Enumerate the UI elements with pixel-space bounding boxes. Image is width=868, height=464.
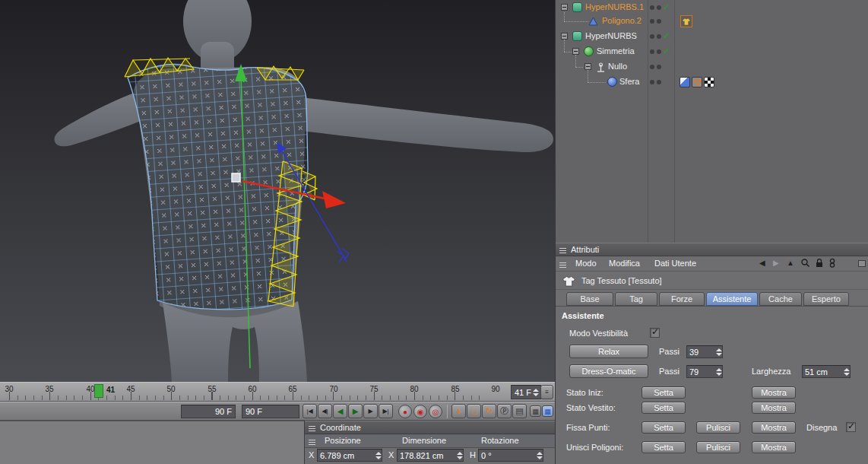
range-end-field[interactable]: 90 F xyxy=(242,405,299,418)
menu-modifica[interactable]: Modifica xyxy=(609,259,640,268)
record-keyframe-button[interactable]: ● xyxy=(398,405,412,418)
expand-toggle[interactable] xyxy=(561,33,568,40)
expand-toggle[interactable] xyxy=(584,63,591,70)
fissa-punti-pulisci-button[interactable]: Pulisci xyxy=(696,421,740,434)
range-start-field[interactable]: 90 F xyxy=(181,405,236,418)
unisci-setta-button[interactable]: Setta xyxy=(641,441,686,453)
visibility-dot[interactable] xyxy=(650,80,654,84)
visibility-dot[interactable] xyxy=(657,5,661,10)
phong-tag[interactable] xyxy=(680,77,690,87)
key-parameter-button[interactable]: Ⓟ xyxy=(497,404,512,418)
cloth-tag[interactable] xyxy=(680,15,692,27)
object-row-poligono2[interactable]: Poligono.2 xyxy=(556,14,868,29)
visibility-dot[interactable] xyxy=(657,65,661,69)
texture-tag[interactable] xyxy=(704,77,714,87)
fissa-punti-setta-button[interactable]: Setta xyxy=(641,421,686,434)
relax-passi-field[interactable]: 39 xyxy=(686,345,723,358)
prev-key-button[interactable]: ◀| xyxy=(318,404,332,418)
pos-x-stepper[interactable] xyxy=(375,450,382,461)
key-pla-button[interactable]: ▤ xyxy=(512,404,527,418)
object-row-hypernurbs1[interactable]: HyperNURBS.1 ✓ xyxy=(556,0,868,15)
dim-x-field[interactable]: 178.821 cm xyxy=(397,449,464,462)
play-button[interactable]: ▶ xyxy=(348,404,363,418)
expand-toggle[interactable] xyxy=(561,4,568,11)
stato-vestito-setta-button[interactable]: Setta xyxy=(641,402,686,414)
menu-dati-utente[interactable]: Dati Utente xyxy=(654,259,696,268)
timeline-ruler[interactable]: 30 35 40 45 50 55 60 65 70 75 80 85 90 4… xyxy=(0,382,555,402)
goto-start-button[interactable]: |◀ xyxy=(303,404,317,418)
rot-h-stepper[interactable] xyxy=(536,450,543,461)
tab-base[interactable]: Base xyxy=(566,292,613,306)
enabled-check[interactable]: ✓ xyxy=(663,30,670,41)
enabled-check[interactable]: ✓ xyxy=(663,46,670,56)
display-tag[interactable] xyxy=(692,77,702,87)
tab-forze[interactable]: Forze xyxy=(659,292,705,306)
timeline-options-button[interactable]: ≡ xyxy=(540,385,553,399)
autokey-button[interactable]: ◎ xyxy=(429,405,442,418)
stepper[interactable] xyxy=(715,366,722,377)
link-icon[interactable] xyxy=(828,258,836,270)
panel-corner-icon[interactable] xyxy=(858,260,866,267)
relax-button[interactable]: Relax xyxy=(569,345,648,358)
tab-assistente[interactable]: Assistente xyxy=(706,292,758,306)
expand-toggle[interactable] xyxy=(572,48,579,55)
stepper[interactable] xyxy=(715,346,722,358)
viewport-3d[interactable] xyxy=(0,0,555,382)
history-forward-icon[interactable]: ▶ xyxy=(773,259,779,267)
record-active-objects-button[interactable]: ◉ xyxy=(413,405,427,418)
panel-menu-icon[interactable] xyxy=(559,246,566,253)
dress-o-matic-button[interactable]: Dress-O-matic xyxy=(569,364,648,378)
dress-passi-field[interactable]: 79 xyxy=(686,365,723,378)
rot-h-field[interactable]: 0 ° xyxy=(478,449,543,462)
unisci-mostra-button[interactable]: Mostra xyxy=(752,441,796,453)
stato-iniz-setta-button[interactable]: Setta xyxy=(641,386,686,399)
visibility-dot[interactable] xyxy=(650,34,654,39)
object-row-nullo[interactable]: Nullo xyxy=(556,59,868,75)
panel-menu-icon[interactable] xyxy=(309,438,315,445)
move-handle-cube[interactable] xyxy=(232,173,240,182)
key-scale-button[interactable]: □ xyxy=(467,404,481,418)
enabled-check[interactable]: ✓ xyxy=(663,2,670,12)
larghezza-field[interactable]: 51 cm xyxy=(802,365,851,378)
history-back-icon[interactable]: ◀ xyxy=(759,259,765,267)
goto-end-button[interactable]: ▶| xyxy=(379,404,393,418)
parent-icon[interactable]: ▲ xyxy=(787,259,794,267)
object-row-simmetria[interactable]: Simmetria ✓ xyxy=(556,44,868,59)
attributes-header[interactable]: Attributi xyxy=(556,243,868,256)
tab-tag[interactable]: Tag xyxy=(615,292,657,306)
tab-esperto[interactable]: Esperto xyxy=(803,292,849,306)
disegna-checkbox[interactable]: ✓ xyxy=(846,422,856,432)
visibility-dot[interactable] xyxy=(657,34,661,39)
menu-modo[interactable]: Modo xyxy=(575,259,597,268)
visibility-dot[interactable] xyxy=(657,80,661,84)
unisci-pulisci-button[interactable]: Pulisci xyxy=(696,441,740,453)
stato-vestito-mostra-button[interactable]: Mostra xyxy=(752,402,796,414)
visibility-dot[interactable] xyxy=(657,49,661,54)
lock-icon[interactable] xyxy=(815,258,824,269)
visibility-dot[interactable] xyxy=(650,65,654,69)
pos-x-field[interactable]: 6.789 cm xyxy=(317,449,382,462)
object-row-hypernurbs[interactable]: HyperNURBS ✓ xyxy=(556,29,868,44)
fissa-punti-mostra-button[interactable]: Mostra xyxy=(752,421,796,434)
current-frame-marker[interactable] xyxy=(94,384,103,398)
visibility-dot[interactable] xyxy=(650,19,654,24)
modo-vestibilita-checkbox[interactable]: ✓ xyxy=(650,328,660,338)
tab-cache[interactable]: Cache xyxy=(759,292,802,306)
visibility-dot[interactable] xyxy=(657,19,661,24)
prev-frame-button[interactable]: ◀ xyxy=(333,404,347,418)
snap-button[interactable]: ▦ xyxy=(530,405,541,417)
object-row-sfera[interactable]: Sfera xyxy=(556,75,868,90)
key-position-button[interactable]: + xyxy=(451,404,466,418)
stepper[interactable] xyxy=(843,366,850,377)
visibility-dot[interactable] xyxy=(650,5,654,10)
frame-stepper[interactable] xyxy=(532,385,539,399)
key-rotation-button[interactable]: ↻ xyxy=(482,404,496,418)
panel-menu-icon[interactable] xyxy=(309,424,315,431)
panel-menu-icon[interactable] xyxy=(559,261,566,268)
stato-iniz-mostra-button[interactable]: Mostra xyxy=(752,386,796,399)
next-frame-button[interactable]: ▶ xyxy=(363,404,378,418)
coordinates-header[interactable]: Coordinate xyxy=(305,421,555,434)
visibility-dot[interactable] xyxy=(650,49,654,54)
dim-x-stepper[interactable] xyxy=(456,450,463,461)
grid-toggle-button[interactable]: ▦ xyxy=(542,405,553,417)
